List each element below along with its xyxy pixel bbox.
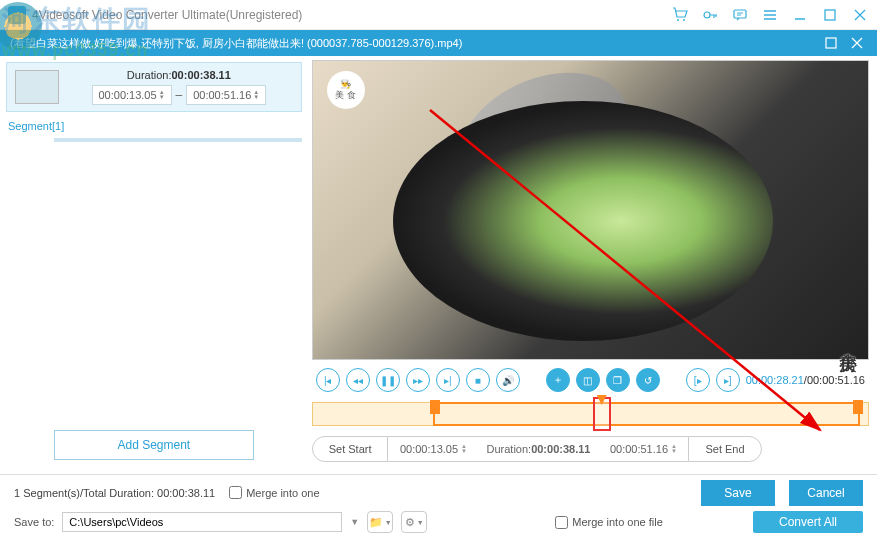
video-preview[interactable]: 👨‍🍳美 食 小房美食 bbox=[312, 60, 869, 360]
path-dropdown-icon[interactable]: ▼ bbox=[350, 517, 359, 527]
minimize-icon[interactable] bbox=[791, 6, 809, 24]
svg-rect-4 bbox=[825, 10, 835, 20]
preview-panel: 👨‍🍳美 食 小房美食 |◂ ◂◂ ❚❚ ▸▸ ▸| ■ 🔊 ＋ ◫ ❐ ↺ [… bbox=[308, 56, 877, 474]
footer-row-2: Save to: ▼ 📁▼ ⚙▼ Merge into one file Con… bbox=[0, 510, 877, 534]
clip-subheader: (看望白菜这样做,好吃到爆,还特别下饭, 厨房小白都能做出来! (000037.… bbox=[0, 30, 877, 56]
add-clip-icon[interactable]: ＋ bbox=[546, 368, 570, 392]
settings-icon[interactable]: ⚙▼ bbox=[401, 511, 427, 533]
segment-name: Segment[1] bbox=[8, 120, 300, 132]
titlebar: 4Videosoft Video Converter Ultimate(Unre… bbox=[0, 0, 877, 30]
chef-badge: 👨‍🍳美 食 bbox=[327, 71, 365, 109]
goto-end-icon[interactable]: ▸| bbox=[436, 368, 460, 392]
merge-checkbox[interactable]: Merge into one bbox=[229, 486, 319, 499]
join-clip-icon[interactable]: ◫ bbox=[576, 368, 600, 392]
trim-handle-start[interactable] bbox=[430, 400, 440, 414]
copy-clip-icon[interactable]: ❐ bbox=[606, 368, 630, 392]
trim-handle-end[interactable] bbox=[853, 400, 863, 414]
step-forward-icon[interactable]: ▸▸ bbox=[406, 368, 430, 392]
playback-controls: |◂ ◂◂ ❚❚ ▸▸ ▸| ■ 🔊 ＋ ◫ ❐ ↺ [▸ ▸] 00:00:2… bbox=[312, 360, 869, 400]
cancel-button[interactable]: Cancel bbox=[789, 480, 863, 506]
mark-out-icon[interactable]: ▸] bbox=[716, 368, 740, 392]
save-to-label: Save to: bbox=[14, 516, 54, 528]
volume-icon[interactable]: 🔊 bbox=[496, 368, 520, 392]
close-icon[interactable] bbox=[851, 6, 869, 24]
trim-end-value[interactable]: 00:00:51.16▲▼ bbox=[598, 436, 688, 462]
maximize-icon[interactable] bbox=[821, 6, 839, 24]
svg-point-1 bbox=[683, 19, 685, 21]
trim-timeline[interactable] bbox=[312, 402, 869, 426]
save-button[interactable]: Save bbox=[701, 480, 775, 506]
svg-point-2 bbox=[704, 12, 710, 18]
svg-rect-3 bbox=[734, 10, 746, 18]
key-icon[interactable] bbox=[701, 6, 719, 24]
set-start-button[interactable]: Set Start bbox=[312, 436, 389, 462]
app-icon bbox=[8, 6, 26, 24]
title-controls bbox=[671, 6, 869, 24]
reset-icon[interactable]: ↺ bbox=[636, 368, 660, 392]
segment-item[interactable]: Duration:00:00:38.11 00:00:13.05▲▼ – 00:… bbox=[6, 62, 302, 112]
segment-start-input[interactable]: 00:00:13.05▲▼ bbox=[92, 85, 172, 105]
svg-point-0 bbox=[677, 19, 679, 21]
stop-icon[interactable]: ■ bbox=[466, 368, 490, 392]
time-readout: 00:00:28.21/00:00:51.16 bbox=[746, 374, 865, 386]
segment-mini-slider[interactable] bbox=[54, 138, 302, 142]
preview-graphic bbox=[393, 101, 773, 341]
svg-rect-5 bbox=[826, 38, 836, 48]
save-path-input[interactable] bbox=[62, 512, 342, 532]
convert-all-button[interactable]: Convert All bbox=[753, 511, 863, 533]
trim-start-value[interactable]: 00:00:13.05▲▼ bbox=[388, 436, 478, 462]
cart-icon[interactable] bbox=[671, 6, 689, 24]
step-back-icon[interactable]: ◂◂ bbox=[346, 368, 370, 392]
clip-filename: (看望白菜这样做,好吃到爆,还特别下饭, 厨房小白都能做出来! (000037.… bbox=[10, 36, 815, 51]
open-folder-icon[interactable]: 📁▼ bbox=[367, 511, 393, 533]
segment-thumbnail bbox=[15, 70, 59, 104]
trim-duration: Duration:00:00:38.11 bbox=[478, 436, 598, 462]
sub-maximize-icon[interactable] bbox=[821, 33, 841, 53]
goto-start-icon[interactable]: |◂ bbox=[316, 368, 340, 392]
segment-end-input[interactable]: 00:00:51.16▲▼ bbox=[186, 85, 266, 105]
trim-range[interactable] bbox=[433, 402, 860, 426]
main-area: Duration:00:00:38.11 00:00:13.05▲▼ – 00:… bbox=[0, 56, 877, 474]
sub-close-icon[interactable] bbox=[847, 33, 867, 53]
merge-file-checkbox[interactable]: Merge into one file bbox=[555, 516, 663, 529]
segments-summary: 1 Segment(s)/Total Duration: 00:00:38.11 bbox=[14, 487, 215, 499]
trim-inputs: Set Start 00:00:13.05▲▼ Duration:00:00:3… bbox=[312, 436, 869, 462]
playhead-marker[interactable] bbox=[593, 397, 611, 431]
pause-icon[interactable]: ❚❚ bbox=[376, 368, 400, 392]
footer-row-1: 1 Segment(s)/Total Duration: 00:00:38.11… bbox=[0, 474, 877, 510]
add-segment-button[interactable]: Add Segment bbox=[54, 430, 254, 460]
segments-panel: Duration:00:00:38.11 00:00:13.05▲▼ – 00:… bbox=[0, 56, 308, 474]
set-end-button[interactable]: Set End bbox=[688, 436, 761, 462]
range-dash: – bbox=[176, 88, 183, 102]
mark-in-icon[interactable]: [▸ bbox=[686, 368, 710, 392]
menu-icon[interactable] bbox=[761, 6, 779, 24]
app-title: 4Videosoft Video Converter Ultimate(Unre… bbox=[32, 8, 671, 22]
segment-duration-label: Duration:00:00:38.11 bbox=[65, 69, 293, 81]
message-icon[interactable] bbox=[731, 6, 749, 24]
